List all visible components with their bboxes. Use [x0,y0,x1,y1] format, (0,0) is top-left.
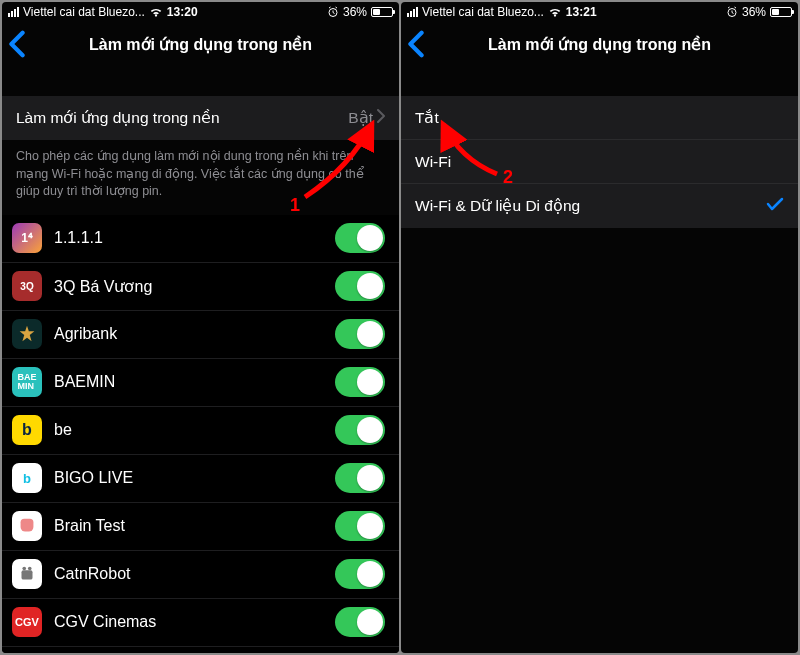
battery-pct: 36% [343,5,367,19]
toggle-switch[interactable] [335,367,385,397]
app-name: BAEMIN [54,373,335,391]
alarm-icon [726,6,738,18]
toggle-switch[interactable] [335,319,385,349]
app-name: BIGO LIVE [54,469,335,487]
app-row: 1⁴1.1.1.1 [2,215,399,263]
time-label: 13:21 [566,5,597,19]
app-icon [12,559,42,589]
phone-left: Viettel cai dat Bluezo... 13:20 36% Làm … [2,2,399,653]
app-row: 3Q3Q Bá Vương [2,263,399,311]
nav-bar: Làm mới ứng dụng trong nền [401,22,798,66]
app-icon: b [12,415,42,445]
option-row[interactable]: Wi-Fi [401,140,798,184]
signal-icon [407,7,418,17]
app-icon: 3Q [12,271,42,301]
toggle-switch[interactable] [335,511,385,541]
app-icon: CGV [12,607,42,637]
option-row[interactable]: Wi-Fi & Dữ liệu Di động [401,184,798,228]
app-row: CatnRobot [2,551,399,599]
option-list: TắtWi-FiWi-Fi & Dữ liệu Di động [401,96,798,228]
status-bar: Viettel cai dat Bluezo... 13:20 36% [2,2,399,22]
chevron-right-icon [377,109,385,127]
time-label: 13:20 [167,5,198,19]
app-icon [12,511,42,541]
status-bar: Viettel cai dat Bluezo... 13:21 36% [401,2,798,22]
alarm-icon [327,6,339,18]
app-list: 1⁴1.1.1.13Q3Q Bá VươngAgribankBAEMINBAEM… [2,215,399,654]
battery-pct: 36% [742,5,766,19]
app-name: 3Q Bá Vương [54,277,335,296]
checkmark-icon [766,197,784,215]
phone-right: Viettel cai dat Bluezo... 13:21 36% Làm … [401,2,798,653]
app-icon [12,319,42,349]
app-icon: b [12,463,42,493]
app-row: Agribank [2,311,399,359]
app-name: Brain Test [54,517,335,535]
back-button[interactable] [407,30,425,62]
svg-rect-1 [22,570,33,579]
app-name: Agribank [54,325,335,343]
back-button[interactable] [8,30,26,62]
app-row: bbe [2,407,399,455]
svg-point-3 [28,567,32,571]
toggle-switch[interactable] [335,223,385,253]
app-row: BAEMINBAEMIN [2,359,399,407]
setting-footer: Cho phép các ứng dụng làm mới nội dung t… [2,140,399,215]
wifi-icon [149,6,163,18]
wifi-icon [548,6,562,18]
option-label: Wi-Fi & Dữ liệu Di động [415,197,766,215]
app-name: CatnRobot [54,565,335,583]
app-row: Drive [2,647,399,654]
toggle-switch[interactable] [335,607,385,637]
app-name: be [54,421,335,439]
setting-value: Bật [348,109,373,127]
app-row: Brain Test [2,503,399,551]
option-label: Tắt [415,109,784,127]
option-row[interactable]: Tắt [401,96,798,140]
app-icon: 1⁴ [12,223,42,253]
app-name: 1.1.1.1 [54,229,335,247]
app-name: CGV Cinemas [54,613,335,631]
svg-point-2 [22,567,26,571]
page-title: Làm mới ứng dụng trong nền [89,35,312,54]
carrier-label: Viettel cai dat Bluezo... [23,5,145,19]
app-row: bBIGO LIVE [2,455,399,503]
option-label: Wi-Fi [415,153,784,171]
app-row: CGVCGV Cinemas [2,599,399,647]
carrier-label: Viettel cai dat Bluezo... [422,5,544,19]
toggle-switch[interactable] [335,463,385,493]
battery-icon [371,7,393,17]
toggle-switch[interactable] [335,415,385,445]
page-title: Làm mới ứng dụng trong nền [488,35,711,54]
setting-label: Làm mới ứng dụng trong nền [16,109,348,127]
background-refresh-row[interactable]: Làm mới ứng dụng trong nền Bật [2,96,399,140]
app-icon: BAEMIN [12,367,42,397]
battery-icon [770,7,792,17]
toggle-switch[interactable] [335,271,385,301]
signal-icon [8,7,19,17]
nav-bar: Làm mới ứng dụng trong nền [2,22,399,66]
toggle-switch[interactable] [335,559,385,589]
